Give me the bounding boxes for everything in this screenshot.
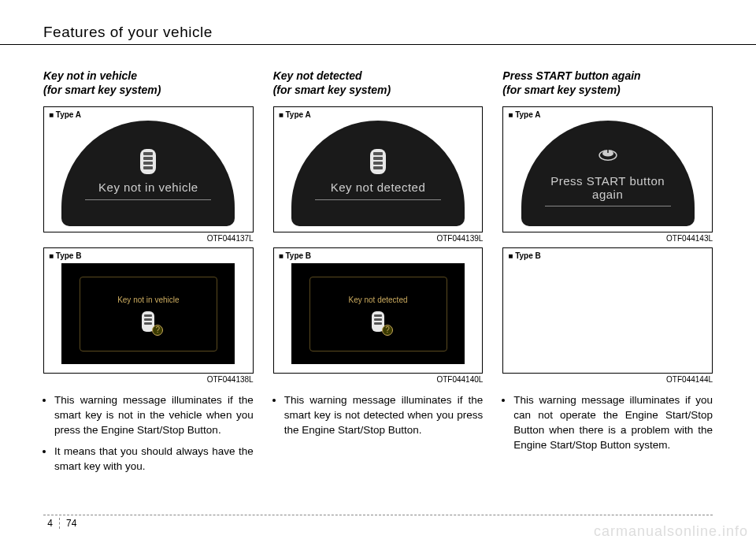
key-fob-icon bbox=[367, 147, 389, 176]
dashboard-display-b: Key not in vehicle ? bbox=[61, 263, 235, 364]
svg-rect-6 bbox=[144, 314, 152, 317]
display-text: Key not detected bbox=[323, 180, 434, 194]
figure-type-a: ■ Type A Key not in vehicle bbox=[43, 106, 254, 232]
bullet-item: This warning message illuminates if the … bbox=[284, 393, 484, 438]
dashboard-display-b-blank bbox=[521, 263, 695, 364]
display-inner: Key not in vehicle ? bbox=[80, 277, 217, 351]
type-label: ■ Type A bbox=[49, 110, 81, 119]
bullet-list: This warning message illuminates if the … bbox=[273, 393, 484, 444]
bullet-item: It means that you should always have the… bbox=[54, 444, 254, 474]
bullet-list: This warning message illuminates if you … bbox=[502, 393, 713, 459]
dashboard-display-b: Key not detected ? bbox=[291, 263, 465, 364]
svg-rect-16 bbox=[374, 318, 382, 321]
svg-rect-12 bbox=[373, 162, 383, 165]
svg-rect-2 bbox=[143, 157, 153, 160]
column-2: Key not detected (for smart key system) … bbox=[273, 69, 484, 481]
display-text: Key not in vehicle bbox=[91, 180, 206, 194]
footer-rule bbox=[43, 515, 713, 515]
header-title: Features of your vehicle bbox=[43, 24, 713, 45]
dashboard-display-a: Key not in vehicle bbox=[61, 121, 235, 226]
figure-type-b: ■ Type B bbox=[502, 247, 713, 374]
figure-code: OTF044138L bbox=[43, 375, 254, 384]
page-header: Features of your vehicle bbox=[43, 24, 713, 45]
figure-code: OTF044144L bbox=[502, 375, 713, 384]
display-text: Press START button again bbox=[543, 174, 673, 202]
type-label: ■ Type B bbox=[279, 251, 311, 260]
figure-code: OTF044143L bbox=[502, 234, 713, 243]
dashboard-display-a: Press START button again bbox=[521, 121, 695, 226]
figure-type-b: ■ Type B Key not in vehicle ? bbox=[43, 247, 254, 374]
page-number: 74 bbox=[66, 518, 76, 529]
header-rule bbox=[0, 44, 756, 45]
figure-code: OTF044137L bbox=[43, 234, 254, 243]
type-label: ■ Type B bbox=[49, 251, 81, 260]
type-label: ■ Type B bbox=[508, 251, 540, 260]
dashboard-display-a: Key not detected bbox=[291, 121, 465, 226]
column-3: Press START button again (for smart key … bbox=[502, 69, 713, 481]
question-badge-icon: ? bbox=[382, 325, 393, 336]
display-divider bbox=[315, 199, 441, 200]
start-button-icon bbox=[597, 141, 619, 169]
section-title: Key not detected (for smart key system) bbox=[273, 69, 484, 97]
svg-rect-7 bbox=[144, 318, 152, 321]
section-title: Key not in vehicle (for smart key system… bbox=[43, 69, 254, 97]
display-text: Key not in vehicle bbox=[117, 296, 179, 304]
chapter-number: 4 bbox=[43, 518, 53, 529]
display-divider bbox=[545, 206, 671, 206]
watermark: carmanualsonline.info bbox=[594, 523, 748, 540]
figure-code: OTF044139L bbox=[273, 234, 484, 243]
footer-divider bbox=[59, 518, 60, 529]
bullet-list: This warning message illuminates if the … bbox=[43, 393, 254, 480]
key-fob-icon: ? bbox=[139, 311, 157, 333]
svg-rect-15 bbox=[374, 314, 382, 317]
svg-rect-17 bbox=[374, 322, 382, 325]
bullet-item: This warning message illuminates if the … bbox=[54, 393, 254, 438]
question-badge-icon: ? bbox=[152, 325, 163, 336]
type-label: ■ Type A bbox=[508, 110, 540, 119]
display-inner: Key not detected ? bbox=[309, 277, 447, 351]
figure-type-a: ■ Type A Press START button again bbox=[502, 106, 713, 232]
content-columns: Key not in vehicle (for smart key system… bbox=[43, 69, 713, 481]
svg-rect-4 bbox=[143, 166, 153, 169]
key-fob-icon: ? bbox=[369, 311, 387, 333]
key-fob-icon bbox=[137, 147, 159, 176]
figure-type-a: ■ Type A Key not detected bbox=[273, 106, 484, 232]
figure-type-b: ■ Type B Key not detected ? bbox=[273, 247, 484, 374]
svg-rect-8 bbox=[144, 322, 152, 325]
section-title: Press START button again (for smart key … bbox=[502, 69, 713, 97]
svg-rect-10 bbox=[373, 152, 383, 155]
column-1: Key not in vehicle (for smart key system… bbox=[43, 69, 254, 481]
display-divider bbox=[85, 199, 211, 200]
bullet-item: This warning message illuminates if you … bbox=[513, 393, 713, 453]
svg-rect-11 bbox=[373, 157, 383, 160]
type-label: ■ Type A bbox=[279, 110, 311, 119]
svg-rect-13 bbox=[373, 166, 383, 169]
svg-rect-1 bbox=[143, 152, 153, 155]
svg-rect-3 bbox=[143, 162, 153, 165]
display-text: Key not detected bbox=[348, 296, 407, 304]
figure-code: OTF044140L bbox=[273, 375, 484, 384]
